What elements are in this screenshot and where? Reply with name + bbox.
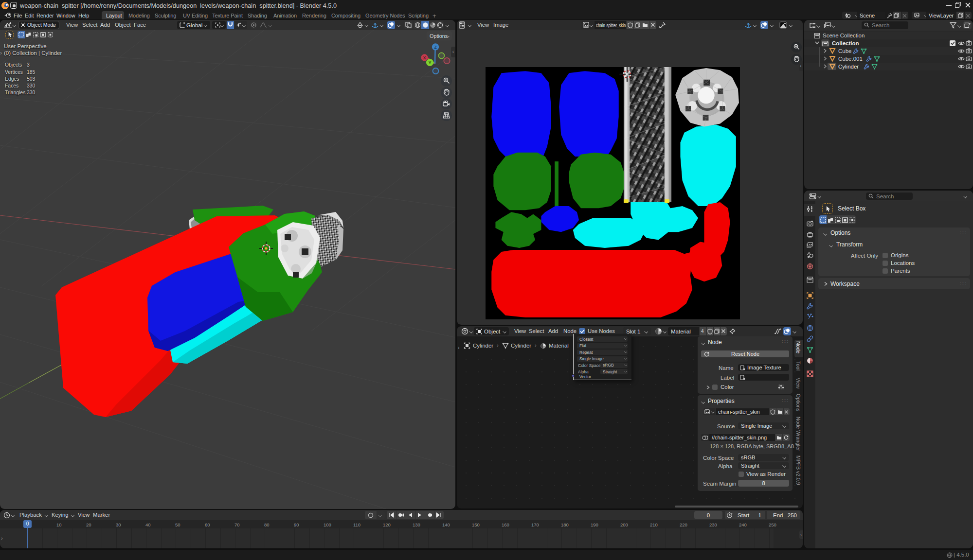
svg-text:Z: Z [434, 45, 436, 50]
svg-text:Y: Y [429, 60, 432, 65]
svg-text:X: X [423, 55, 426, 60]
